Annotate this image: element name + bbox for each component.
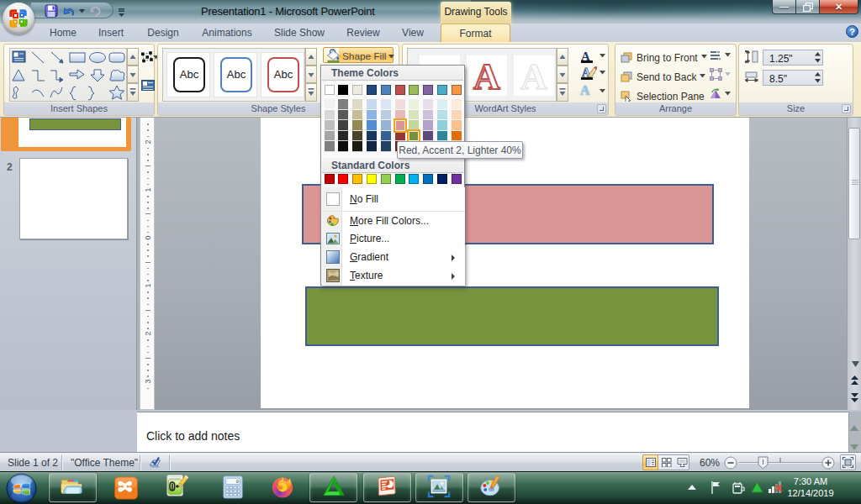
svg-text:A: A	[473, 56, 500, 96]
svg-text:A: A	[520, 56, 547, 96]
